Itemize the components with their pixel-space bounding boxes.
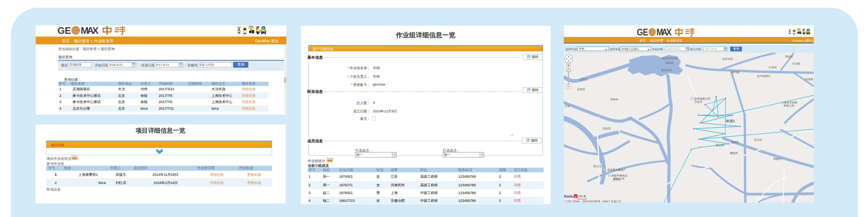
svg-text:李园村: 李园村 (785, 55, 793, 58)
svg-text:山前王: 山前王 (579, 78, 587, 80)
svg-text:明教坊: 明教坊 (773, 158, 781, 161)
svg-text:200 米: 200 米 (578, 195, 586, 198)
svg-text:盈中路西站: 盈中路西站 (757, 75, 771, 78)
svg-text:有限公司: 有限公司 (783, 104, 794, 107)
svg-text:MAX: MAX (81, 26, 99, 35)
svg-text:贺家库: 贺家库 (603, 127, 611, 130)
svg-text:最美新力模型厂: 最美新力模型厂 (607, 168, 626, 172)
svg-text:厚桥村: 厚桥村 (610, 98, 619, 101)
svg-text:拜泾村: 拜泾村 (754, 138, 762, 142)
svg-text:MAX: MAX (657, 28, 672, 37)
svg-text:卫生室: 卫生室 (694, 100, 702, 103)
svg-text:徐潘路: 徐潘路 (805, 78, 813, 81)
svg-text:王家持: 王家持 (731, 141, 739, 144)
svg-text:朐西半星纸业: 朐西半星纸业 (611, 174, 627, 177)
svg-text:南新涨泾外桥: 南新涨泾外桥 (662, 56, 678, 60)
svg-text:轨迹1: 轨迹1 (726, 119, 735, 123)
svg-text:选岸路: 选岸路 (665, 61, 674, 65)
svg-text:金星村: 金星村 (577, 88, 585, 91)
svg-text:梅玛路: 梅玛路 (731, 71, 740, 74)
svg-text:加斜宅村: 加斜宅村 (722, 58, 733, 61)
svg-text:© 2017 Baidu - 39(2016)2089号 -: © 2017 Baidu - 39(2016)2089号 - Data © 长地… (565, 200, 622, 203)
svg-text:峰古泾: 峰古泾 (593, 165, 601, 168)
svg-text:GE: GE (637, 28, 648, 37)
svg-text:有限公司: 有限公司 (613, 177, 624, 180)
svg-text:水刘路: 水刘路 (792, 62, 800, 65)
svg-text:百: 百 (574, 195, 577, 198)
svg-text:渣泾水村: 渣泾水村 (661, 69, 672, 72)
svg-text:大坪: 大坪 (565, 105, 570, 108)
svg-text:二海思学招聘: 二海思学招聘 (781, 101, 797, 104)
svg-text:GE: GE (57, 26, 71, 35)
svg-text:Baidu: Baidu (564, 194, 573, 198)
svg-text:叶青村: 叶青村 (769, 66, 777, 69)
svg-text:赵巷镇横江村: 赵巷镇横江村 (694, 97, 710, 100)
svg-text:联农村: 联农村 (716, 144, 724, 147)
svg-text:西园村: 西园村 (730, 152, 738, 155)
